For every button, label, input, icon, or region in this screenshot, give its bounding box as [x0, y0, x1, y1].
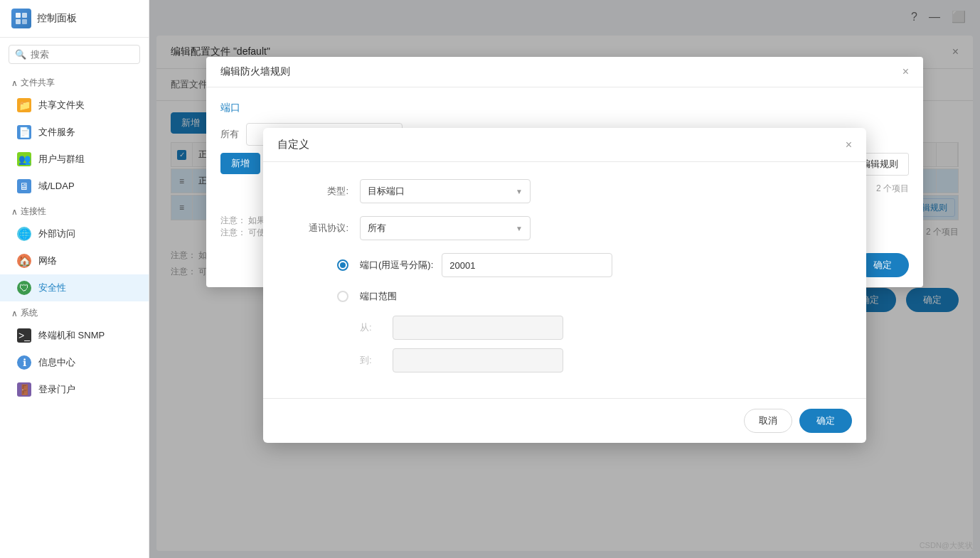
- sidebar-item-login-portal[interactable]: 🚪 登录门户: [0, 376, 149, 403]
- sidebar-item-user-group[interactable]: 👥 用户与群组: [0, 146, 149, 173]
- sidebar-item-external-access[interactable]: 🌐 外部访问: [0, 220, 149, 247]
- sidebar-item-label: 用户与群组: [38, 153, 85, 166]
- sidebar-item-label: 终端机和 SNMP: [38, 329, 105, 342]
- sidebar-item-domain-ldap[interactable]: 🖥 域/LDAP: [0, 173, 149, 200]
- to-input[interactable]: [393, 348, 563, 372]
- from-row: 从:: [360, 316, 845, 340]
- domain-icon: 🖥: [17, 179, 31, 193]
- sidebar-item-label: 外部访问: [38, 227, 75, 240]
- to-label: 到:: [360, 354, 381, 367]
- port-radio-label: 端口(用逗号分隔):: [360, 259, 433, 272]
- type-dropdown[interactable]: 目标端口 ▼: [360, 179, 531, 203]
- port-section-title: 端口: [220, 102, 909, 114]
- search-icon: 🔍: [15, 49, 26, 60]
- custom-dialog-header: 自定义 ×: [263, 128, 866, 162]
- section-label: 连接性: [21, 205, 46, 218]
- search-input[interactable]: [31, 49, 134, 60]
- sidebar-item-shared-folder[interactable]: 📁 共享文件夹: [0, 92, 149, 119]
- terminal-icon: >_: [17, 328, 31, 343]
- network-icon: 🏠: [17, 254, 31, 268]
- owner-label: 所有: [220, 128, 239, 141]
- external-access-icon: 🌐: [17, 227, 31, 241]
- app-logo: [11, 9, 31, 28]
- protocol-label: 通讯协议:: [284, 222, 348, 235]
- type-label: 类型:: [284, 185, 348, 198]
- custom-dialog-close-button[interactable]: ×: [846, 139, 852, 151]
- sidebar-header: 控制面板: [0, 0, 149, 38]
- firewall-dialog-close-button[interactable]: ×: [902, 65, 909, 78]
- sidebar-item-label: 文件服务: [38, 126, 75, 139]
- section-system[interactable]: ∧ 系统: [0, 301, 149, 322]
- section-label: 文件共享: [21, 77, 55, 89]
- watermark: CSDN@大奖状: [920, 540, 973, 551]
- file-service-icon: 📄: [17, 125, 31, 139]
- section-collapse-icon: ∧: [11, 308, 18, 318]
- section-collapse-icon: ∧: [11, 207, 18, 217]
- sidebar-item-label: 登录门户: [38, 383, 75, 396]
- folder-icon: 📁: [17, 98, 31, 112]
- svg-rect-0: [16, 13, 21, 18]
- sidebar-item-info-center[interactable]: ℹ 信息中心: [0, 349, 149, 376]
- user-group-icon: 👥: [17, 152, 31, 166]
- info-icon: ℹ: [17, 355, 31, 370]
- sidebar-item-label: 域/LDAP: [38, 180, 75, 193]
- custom-dialog: 自定义 × 类型: 目标端口 ▼ 通讯协议: 所有 ▼: [263, 128, 866, 443]
- type-dropdown-value: 目标端口: [368, 185, 405, 198]
- type-dropdown-arrow-icon: ▼: [516, 188, 523, 195]
- custom-dialog-footer: 取消 确定: [263, 398, 866, 443]
- section-connectivity[interactable]: ∧ 连接性: [0, 200, 149, 220]
- svg-rect-3: [22, 19, 27, 24]
- svg-rect-2: [16, 19, 21, 24]
- firewall-rules-dialog-header: 编辑防火墙规则 ×: [206, 57, 923, 87]
- protocol-dropdown-value: 所有: [368, 222, 386, 235]
- section-collapse-icon: ∧: [11, 78, 18, 88]
- port-range-radio-row: 端口范围: [284, 290, 845, 303]
- from-input[interactable]: [393, 316, 563, 340]
- fw-add-button[interactable]: 新增: [220, 153, 260, 174]
- search-box[interactable]: 🔍: [9, 45, 140, 64]
- sidebar-item-label: 共享文件夹: [38, 99, 85, 112]
- sidebar-item-label: 网络: [38, 254, 57, 267]
- type-row: 类型: 目标端口 ▼: [284, 179, 845, 203]
- sidebar-item-terminal[interactable]: >_ 终端机和 SNMP: [0, 322, 149, 349]
- portal-icon: 🚪: [17, 382, 31, 397]
- port-radio-button[interactable]: [337, 259, 348, 271]
- port-range-radio-button[interactable]: [337, 291, 348, 302]
- protocol-row: 通讯协议: 所有 ▼: [284, 216, 845, 240]
- sidebar-item-file-service[interactable]: 📄 文件服务: [0, 119, 149, 146]
- security-icon: 🛡: [17, 281, 31, 295]
- port-range-label: 端口范围: [360, 290, 397, 303]
- port-input[interactable]: [442, 253, 612, 277]
- firewall-dialog-title: 编辑防火墙规则: [220, 65, 290, 78]
- port-radio-row: 端口(用逗号分隔):: [284, 253, 845, 277]
- from-label: 从:: [360, 321, 381, 334]
- main-content: ? — ⬜ 编辑配置文件 "default" × 配置文件名 防火墙规则 新增 …: [149, 0, 980, 558]
- sidebar-item-security[interactable]: 🛡 安全性: [0, 274, 149, 301]
- custom-dialog-title: 自定义: [277, 138, 309, 151]
- protocol-dropdown[interactable]: 所有 ▼: [360, 216, 531, 240]
- svg-rect-1: [22, 13, 27, 18]
- custom-cancel-button[interactable]: 取消: [744, 409, 792, 433]
- sidebar-item-label: 信息中心: [38, 356, 75, 369]
- app-title: 控制面板: [37, 12, 77, 25]
- sidebar-item-network[interactable]: 🏠 网络: [0, 247, 149, 274]
- custom-confirm-button[interactable]: 确定: [799, 409, 852, 433]
- section-file-share[interactable]: ∧ 文件共享: [0, 71, 149, 92]
- protocol-dropdown-arrow-icon: ▼: [516, 225, 523, 232]
- port-range-radio-container: [284, 291, 348, 302]
- custom-dialog-body: 类型: 目标端口 ▼ 通讯协议: 所有 ▼ 端口(用逗号分隔):: [263, 162, 866, 398]
- section-label: 系统: [21, 307, 38, 319]
- port-radio-container: [284, 259, 348, 271]
- sidebar-item-label: 安全性: [38, 281, 66, 294]
- sidebar: 控制面板 🔍 ∧ 文件共享 📁 共享文件夹 📄 文件服务 👥 用户与群组 🖥 域…: [0, 0, 149, 558]
- to-row: 到:: [360, 348, 845, 372]
